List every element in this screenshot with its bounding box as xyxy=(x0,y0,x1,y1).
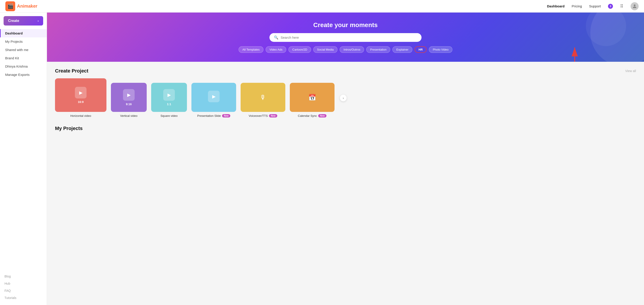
card-thumb-vertical[interactable]: ▶ 9:16 xyxy=(111,83,147,112)
sidebar-footer-faq[interactable]: FAQ xyxy=(0,287,47,294)
view-all-link[interactable]: View all xyxy=(625,69,636,73)
tag-all-templates[interactable]: All Templates xyxy=(238,46,264,53)
card-thumb-calendar[interactable]: 📅 xyxy=(290,83,334,112)
sidebar-item-my-projects[interactable]: My Projects xyxy=(0,37,47,46)
calendar-icon: 📅 xyxy=(308,94,316,101)
project-cards-row: ▶ 16:9 Horizontal video ▶ 9:16 Vertical … xyxy=(55,78,636,118)
logo-area: 🎬 Animaker xyxy=(5,1,547,11)
sidebar-item-dashboard[interactable]: Dashboard xyxy=(0,29,47,37)
card-voiceover[interactable]: 🎙 Voiceover/TTS New xyxy=(240,83,285,118)
chevron-right-icon: › xyxy=(38,19,39,23)
next-arrow-button[interactable]: › xyxy=(340,95,346,101)
nav-pricing[interactable]: Pricing xyxy=(572,4,582,8)
logo-icon[interactable]: 🎬 xyxy=(5,1,15,11)
sidebar-footer-blog[interactable]: Blog xyxy=(0,273,47,280)
sidebar-item-brand-kit[interactable]: Brand Kit xyxy=(0,54,47,62)
create-project-title: Create Project xyxy=(55,68,88,74)
card-label-square: Square video xyxy=(160,114,178,118)
notification-badge[interactable]: 3 xyxy=(608,4,613,9)
card-vertical-video[interactable]: ▶ 9:16 Vertical video xyxy=(111,83,147,118)
avatar[interactable] xyxy=(630,2,639,10)
content-area: Create Project View all ▶ 16:9 Horizonta… xyxy=(47,62,644,141)
card-label-voiceover: Voiceover/TTS New xyxy=(249,114,277,118)
sidebar-item-manage-exports[interactable]: Manage Exports xyxy=(0,71,47,79)
wave-icon: 🎙 xyxy=(260,94,266,101)
sidebar: Create › Dashboard My Projects Shared wi… xyxy=(0,13,47,305)
my-projects-title: My Projects xyxy=(55,126,636,131)
topnav: 🎬 Animaker Dashboard Pricing Support 3 ⠿ xyxy=(0,0,644,13)
card-thumb-horizontal[interactable]: ▶ 16:9 xyxy=(55,78,106,112)
card-thumb-square[interactable]: ▶ 1:1 xyxy=(151,83,187,112)
card-label-calendar: Calendar Sync New xyxy=(298,114,326,118)
play-icon-wrap-p: ▶ xyxy=(208,91,220,102)
ratio-label-horizontal: 16:9 xyxy=(78,100,84,104)
sidebar-item-shared-with-me[interactable]: Shared with me xyxy=(0,46,47,54)
layout: Create › Dashboard My Projects Shared wi… xyxy=(0,13,644,305)
hero-title: Create your moments xyxy=(313,22,378,29)
tag-explainer[interactable]: Explainer xyxy=(392,46,412,53)
search-icon: 🔍 xyxy=(274,35,278,40)
card-label-horizontal: Horizontal video xyxy=(70,114,91,118)
sidebar-item-dhivya-krishna[interactable]: Dhivya Krishna xyxy=(0,62,47,71)
svg-point-0 xyxy=(634,5,636,6)
card-label-vertical: Vertical video xyxy=(120,114,137,118)
logo-text: Animaker xyxy=(17,4,37,9)
tag-presentation[interactable]: Presentation xyxy=(366,46,390,53)
card-presentation[interactable]: ▶ Presentation Slide New xyxy=(192,83,236,118)
card-thumb-presentation[interactable]: ▶ xyxy=(192,83,236,112)
create-project-header: Create Project View all xyxy=(55,68,636,74)
card-thumb-voiceover[interactable]: 🎙 xyxy=(240,83,285,112)
tag-cartoon-2d[interactable]: Cartoon/2D xyxy=(288,46,311,53)
new-badge-voiceover: New xyxy=(269,114,277,118)
grid-icon[interactable]: ⠿ xyxy=(620,4,624,9)
tag-video-ads[interactable]: Video Ads xyxy=(266,46,286,53)
play-icon-wrap-s: ▶ xyxy=(163,89,175,101)
sidebar-nav: Dashboard My Projects Shared with me Bra… xyxy=(0,29,47,151)
search-input[interactable] xyxy=(281,36,417,39)
sidebar-footer-tutorials[interactable]: Tutorials xyxy=(0,294,47,301)
ratio-label-square: 1:1 xyxy=(167,103,171,106)
search-bar: 🔍 xyxy=(270,33,422,42)
card-label-presentation: Presentation Slide New xyxy=(197,114,230,118)
card-horizontal-video[interactable]: ▶ 16:9 Horizontal video xyxy=(55,78,106,118)
nav-support[interactable]: Support xyxy=(589,4,601,8)
play-icon-wrap: ▶ xyxy=(75,87,86,99)
play-icon-p: ▶ xyxy=(212,94,216,99)
card-square-video[interactable]: ▶ 1:1 Square video xyxy=(151,83,187,118)
play-icon-s: ▶ xyxy=(168,92,171,98)
card-calendar[interactable]: 📅 Calendar Sync New xyxy=(290,83,334,118)
template-tags: All Templates Video Ads Cartoon/2D Socia… xyxy=(238,46,452,53)
new-badge-presentation: New xyxy=(222,114,230,118)
play-icon-v: ▶ xyxy=(127,92,130,98)
topnav-links: Dashboard Pricing Support 3 ⠿ xyxy=(547,2,639,10)
tag-photo-video[interactable]: Photo Video xyxy=(429,46,452,53)
tag-social-media[interactable]: Social Media xyxy=(313,46,338,53)
play-icon: ▶ xyxy=(79,90,82,95)
hero-banner: Create your moments 🔍 All Templates Vide… xyxy=(47,13,644,62)
new-badge-calendar: New xyxy=(318,114,326,118)
tag-intros-outros[interactable]: Intros/Outros xyxy=(340,46,364,53)
nav-dashboard[interactable]: Dashboard xyxy=(547,4,564,8)
play-icon-wrap-v: ▶ xyxy=(123,89,134,101)
tag-hr[interactable]: HR xyxy=(414,46,427,53)
create-button[interactable]: Create › xyxy=(4,16,43,26)
main-content: Create your moments 🔍 All Templates Vide… xyxy=(47,13,644,305)
my-projects-section: My Projects xyxy=(55,126,636,131)
ratio-label-vertical: 9:16 xyxy=(126,103,132,106)
arrow-annotation xyxy=(568,45,582,62)
sidebar-footer-hub[interactable]: Hub xyxy=(0,280,47,287)
sidebar-footer: Blog Hub FAQ Tutorials xyxy=(0,273,47,301)
